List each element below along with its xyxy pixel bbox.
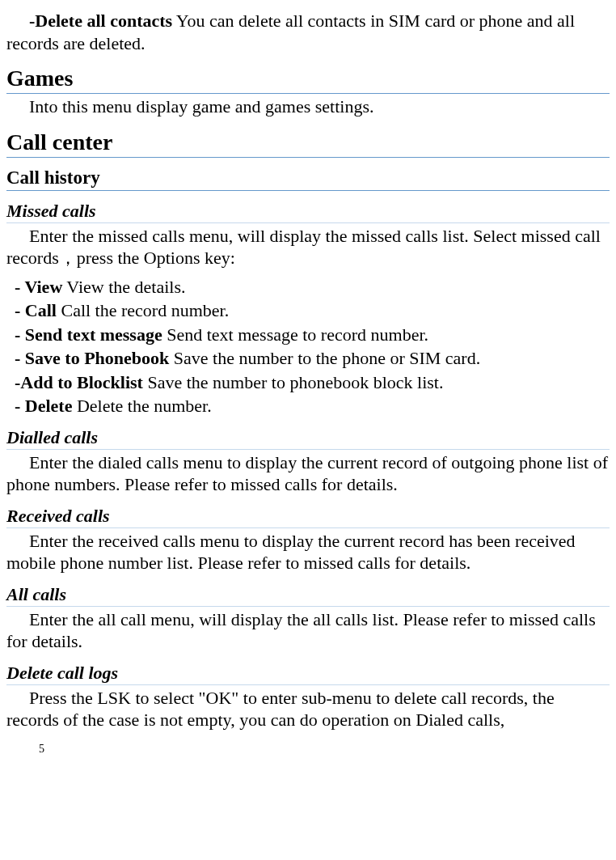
- option-delete-label: - Delete: [15, 396, 72, 416]
- dialled-calls-body: Enter the dialed calls menu to display t…: [6, 451, 610, 496]
- delete-call-logs-body: Press the LSK to select "OK" to enter su…: [6, 687, 610, 731]
- option-save-phonebook: - Save to Phonebook Save the number to t…: [15, 347, 610, 370]
- page-number: 5: [39, 743, 610, 756]
- all-calls-body: Enter the all call menu, will display th…: [6, 608, 610, 653]
- heading-dialled-calls: Dialled calls: [6, 427, 610, 450]
- option-delete-desc: Delete the number.: [72, 396, 211, 416]
- heading-all-calls: All calls: [6, 584, 610, 607]
- option-view: - View View the details.: [15, 276, 610, 299]
- games-body: Into this menu display game and games se…: [6, 95, 610, 118]
- option-add-blocklist-desc: Save the number to phonebook block list.: [143, 372, 444, 392]
- option-send-text-label: - Send text message: [15, 324, 162, 345]
- missed-calls-intro: Enter the missed calls menu, will displa…: [6, 225, 610, 269]
- document-page: -Delete all contacts You can delete all …: [0, 0, 616, 772]
- option-call-label: - Call: [15, 300, 57, 320]
- received-calls-body: Enter the received calls menu to display…: [6, 530, 610, 574]
- heading-call-center: Call center: [6, 129, 610, 158]
- option-save-phonebook-label: - Save to Phonebook: [15, 348, 169, 368]
- option-add-blocklist: -Add to Blocklist Save the number to pho…: [15, 371, 610, 394]
- option-send-text-desc: Send text message to record number.: [162, 324, 428, 345]
- heading-missed-calls: Missed calls: [6, 201, 610, 223]
- intro-delete-all-contacts: -Delete all contacts You can delete all …: [6, 10, 610, 54]
- heading-received-calls: Received calls: [6, 506, 610, 528]
- option-delete: - Delete Delete the number.: [15, 395, 610, 417]
- option-call-desc: Call the record number.: [57, 300, 229, 320]
- heading-games: Games: [6, 66, 610, 94]
- heading-call-history: Call history: [6, 167, 610, 191]
- option-save-phonebook-desc: Save the number to the phone or SIM card…: [169, 348, 480, 368]
- option-add-blocklist-label: -Add to Blocklist: [15, 372, 143, 392]
- option-call: - Call Call the record number.: [15, 299, 610, 322]
- delete-all-contacts-label: -Delete all contacts: [29, 11, 172, 31]
- option-send-text: - Send text message Send text message to…: [15, 324, 610, 346]
- heading-delete-call-logs: Delete call logs: [6, 663, 610, 685]
- option-view-label: - View: [15, 277, 62, 297]
- option-view-desc: View the details.: [62, 277, 185, 297]
